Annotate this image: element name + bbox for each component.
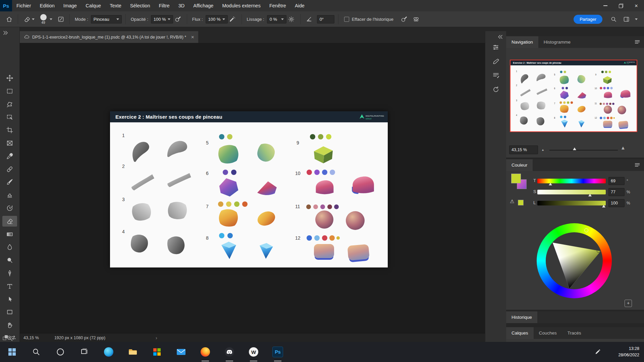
- taskbar-task-view-button[interactable]: [72, 342, 97, 362]
- canvas-area[interactable]: [19, 43, 485, 333]
- menu-item-edition[interactable]: Edition: [36, 0, 59, 11]
- panel-menu-icon[interactable]: [635, 39, 640, 45]
- menu-item-fenetre[interactable]: Fenêtre: [265, 0, 290, 11]
- tool-brush[interactable]: [2, 177, 17, 187]
- taskbar-explorer-icon[interactable]: [121, 342, 145, 362]
- tab-close-icon[interactable]: ✕: [191, 35, 194, 40]
- gamut-warning-icon[interactable]: ⚠: [510, 198, 514, 204]
- color-panel-menu-icon[interactable]: [635, 162, 640, 168]
- search-icon[interactable]: [608, 14, 619, 24]
- mode-select[interactable]: Pinceau: [91, 15, 122, 23]
- tab-calques[interactable]: Calques: [506, 327, 534, 339]
- menu-item-calque[interactable]: Calque: [81, 0, 105, 11]
- workspace-icon[interactable]: [621, 14, 631, 24]
- share-button[interactable]: Partager: [574, 15, 602, 24]
- foreground-color-swatch[interactable]: [511, 174, 521, 183]
- tool-frame[interactable]: [2, 138, 17, 148]
- pressure-opacity-icon[interactable]: [173, 14, 183, 24]
- smoothing-field[interactable]: 0 %: [267, 15, 286, 23]
- menu-item-fichier[interactable]: Fichier: [12, 0, 36, 11]
- menu-item-texte[interactable]: Texte: [105, 0, 126, 11]
- tool-object-selection[interactable]: [2, 112, 17, 122]
- menu-item-aide[interactable]: Aide: [290, 0, 309, 11]
- brush-preset-picker[interactable]: 49: [39, 14, 48, 24]
- taskbar-mail-icon[interactable]: [169, 342, 193, 362]
- zoom-out-mountain-icon[interactable]: ▲: [541, 148, 544, 152]
- lightness-value-field[interactable]: 100: [608, 199, 625, 207]
- tool-history-brush[interactable]: [2, 203, 17, 214]
- swap-arrows-icon[interactable]: [11, 335, 16, 342]
- tool-hand[interactable]: [2, 320, 17, 330]
- document-tab[interactable]: DPS-1-1-exercice2-brush_logique_me (1).p…: [20, 31, 198, 43]
- smoothing-options-gear-icon[interactable]: [286, 14, 297, 24]
- menu-item-affichage[interactable]: Affichage: [189, 0, 218, 11]
- navigator-thumbnail[interactable]: [510, 60, 637, 132]
- brush-picker-chevron-icon[interactable]: [50, 18, 52, 20]
- home-icon[interactable]: [4, 14, 14, 24]
- document-canvas[interactable]: [110, 111, 388, 267]
- taskbar-edge-icon[interactable]: [97, 342, 121, 362]
- opacity-field[interactable]: 100 %: [151, 15, 173, 23]
- collapse-dock-chevron-icon[interactable]: [497, 34, 503, 41]
- eraser-tool-preset-icon[interactable]: [22, 14, 32, 24]
- lightness-slider-thumb[interactable]: [602, 205, 605, 207]
- tool-eraser[interactable]: [2, 216, 17, 227]
- hue-slider-thumb[interactable]: [549, 183, 552, 185]
- menu-item-modules-externes[interactable]: Modules externes: [218, 0, 265, 11]
- tool-rectangular-marquee[interactable]: [2, 86, 17, 97]
- tab-couleur[interactable]: Couleur: [506, 159, 533, 171]
- menu-item-3d[interactable]: 3D: [174, 0, 189, 11]
- minimize-button[interactable]: [598, 0, 613, 11]
- pen-input-icon[interactable]: [595, 348, 601, 356]
- color-triangle[interactable]: [537, 223, 612, 298]
- tool-dodge[interactable]: [2, 255, 17, 265]
- flow-field[interactable]: 100 %: [206, 15, 228, 23]
- tool-lasso[interactable]: [2, 99, 17, 110]
- status-chevron-icon[interactable]: ›: [156, 335, 157, 341]
- tool-crop[interactable]: [2, 125, 17, 135]
- tool-spot-healing[interactable]: [2, 164, 17, 175]
- properties-panel-icon[interactable]: [491, 42, 501, 52]
- paint-symmetry-icon[interactable]: [411, 14, 421, 24]
- taskbar-firefox-icon[interactable]: [193, 342, 217, 362]
- navigator-zoom-thumb[interactable]: [573, 147, 576, 150]
- tool-clone-stamp[interactable]: [2, 190, 17, 200]
- mini-swatches-icon[interactable]: [3, 335, 8, 342]
- restore-button[interactable]: [613, 0, 629, 11]
- hue-ring-marker[interactable]: [584, 228, 588, 232]
- pressure-size-icon[interactable]: [399, 14, 409, 24]
- expand-dock-chevron-icon[interactable]: [2, 30, 9, 37]
- navigator-zoom-field[interactable]: 43,15 %: [509, 145, 538, 154]
- saturation-slider[interactable]: [537, 190, 606, 194]
- erase-history-checkbox[interactable]: [344, 17, 349, 22]
- tool-blur[interactable]: [2, 242, 17, 252]
- menu-item-filtre[interactable]: Filtre: [154, 0, 174, 11]
- tab-navigation[interactable]: Navigation: [506, 36, 538, 48]
- add-swatch-button[interactable]: +: [625, 300, 632, 307]
- tool-path-selection[interactable]: [2, 294, 17, 305]
- tab-histogramme[interactable]: Histogramme: [538, 36, 576, 48]
- lightness-slider[interactable]: [537, 201, 606, 205]
- tab-traces[interactable]: Tracés: [562, 327, 587, 339]
- menu-item-selection[interactable]: Sélection: [126, 0, 155, 11]
- taskbar-discord-icon[interactable]: [217, 342, 241, 362]
- tool-pen[interactable]: [2, 268, 17, 279]
- brush-settings-toggle-icon[interactable]: [56, 14, 66, 24]
- tool-rectangle-shape[interactable]: [2, 307, 17, 317]
- saturation-slider-thumb[interactable]: [588, 194, 592, 196]
- menu-item-image[interactable]: Image: [59, 0, 81, 11]
- taskbar-search-button[interactable]: [24, 342, 48, 362]
- clone-source-panel-icon[interactable]: [491, 70, 501, 80]
- tab-couches[interactable]: Couches: [534, 327, 562, 339]
- taskbar-cortana-button[interactable]: [48, 342, 72, 362]
- tab-historique[interactable]: Historique: [506, 311, 537, 323]
- history-panel-icon[interactable]: [491, 84, 501, 95]
- status-zoom[interactable]: 43,15 %: [23, 336, 39, 340]
- taskbar-photoshop-icon[interactable]: Ps: [266, 342, 290, 362]
- brush-settings-panel-icon[interactable]: [491, 57, 501, 67]
- workspace-chevron-icon[interactable]: [631, 14, 641, 24]
- close-button[interactable]: ✕: [629, 0, 644, 11]
- navigator-zoom-slider[interactable]: [549, 150, 618, 150]
- airbrush-icon[interactable]: [228, 14, 238, 24]
- angle-field[interactable]: 0°: [317, 15, 334, 23]
